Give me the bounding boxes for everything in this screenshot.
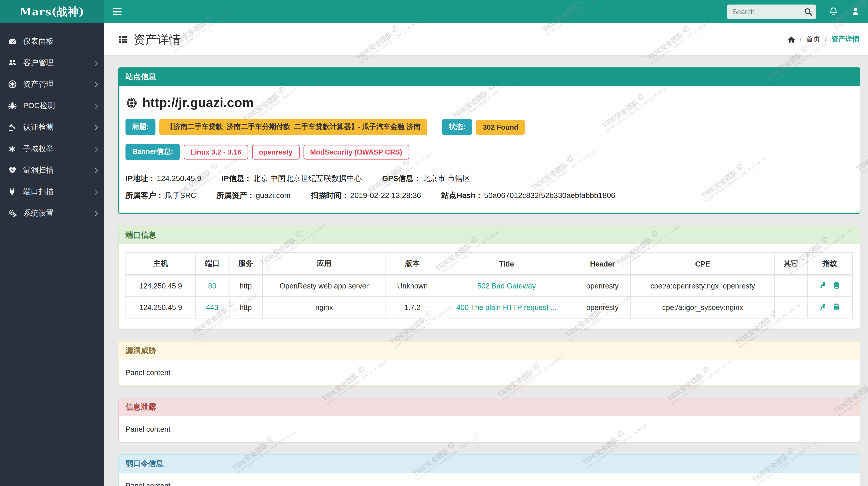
vuln-threat-panel-content: Panel content xyxy=(119,360,860,385)
sidebar-item-assets[interactable]: 资产管理 xyxy=(0,74,104,95)
asset-value: guazi.com xyxy=(256,191,290,200)
sidebar-item-auth[interactable]: 认证检测 xyxy=(0,116,104,138)
chevron-right-icon xyxy=(92,103,97,108)
status-label-badge: 状态: xyxy=(442,119,472,135)
heartbeat-icon xyxy=(7,166,17,175)
banner-badge-server: openresty xyxy=(252,145,299,159)
chevron-right-icon xyxy=(92,60,97,65)
sidebar-item-subdomain[interactable]: 子域枚举 xyxy=(0,138,104,160)
banner-label-badge: Banner信息: xyxy=(125,144,180,160)
sidebar-item-customers[interactable]: 客户管理 xyxy=(0,52,104,74)
chevron-right-icon xyxy=(92,125,97,130)
asset-circle-icon xyxy=(7,80,17,89)
users-icon xyxy=(7,59,17,67)
sidebar-item-settings[interactable]: 系统设置 xyxy=(0,202,104,224)
sidebar-menu: 仪表面板 客户管理 资产管理 POC检测 xyxy=(0,23,104,486)
ports-table: 主机 端口 服务 应用 版本 Title Header CPE 其它 指纹 xyxy=(125,252,852,319)
home-icon xyxy=(787,35,795,43)
ip-address-value: 124.250.45.9 xyxy=(157,174,201,183)
application-window: Mars(战神) xyxy=(0,0,868,486)
weak-password-panel-title: 弱口令信息 xyxy=(119,455,860,473)
tachometer-icon xyxy=(7,37,17,46)
ip-info-row: IP地址：124.250.45.9 IP信息：北京 中国北京世纪互联数据中心 G… xyxy=(125,169,852,190)
fingerprint-leaf-icon[interactable] xyxy=(819,281,827,289)
sidebar-item-portscan[interactable]: 端口扫描 xyxy=(0,181,104,202)
site-url-text[interactable]: http://jr.guazi.com xyxy=(143,95,254,110)
table-row: 124.250.45.9 443 http nginx 1.7.2 400 Th… xyxy=(126,296,852,318)
sidebar-item-vulnscan[interactable]: 漏洞扫描 xyxy=(0,160,104,181)
content-header: 资产详情 / 首页 / 资产详情 xyxy=(104,23,868,56)
delete-trash-icon[interactable] xyxy=(833,281,841,289)
scan-time-value: 2019-02-22 13:28:36 xyxy=(350,191,421,200)
table-header-row: 主机 端口 服务 应用 版本 Title Header CPE 其它 指纹 xyxy=(126,253,852,275)
user-menu-icon[interactable] xyxy=(850,7,860,17)
fingerprint-leaf-icon[interactable] xyxy=(819,303,827,311)
status-value-badge: 302 Found xyxy=(476,120,525,134)
chevron-right-icon xyxy=(92,189,97,194)
list-icon xyxy=(118,34,128,44)
site-hash-value: 50a067012c832f52b330aebfabbb1806 xyxy=(484,191,615,200)
title-value-badge: 【济南二手车贷款_济南二手车分期付款_二手车贷款计算器】- 瓜子汽车金融 济南 xyxy=(159,119,427,135)
weak-password-panel-content: Panel content xyxy=(119,473,860,486)
sidebar-item-poc[interactable]: POC检测 xyxy=(0,95,104,116)
site-url-heading: http://jr.guazi.com xyxy=(125,95,852,110)
gps-info-value: 北京市 市辖区 xyxy=(422,174,470,183)
owner-info-row: 所属客户：瓜子SRC 所属资产：guazi.com 扫描时间：2019-02-2… xyxy=(125,190,852,206)
title-status-row: 标题: 【济南二手车贷款_济南二手车分期付款_二手车贷款计算器】- 瓜子汽车金融… xyxy=(125,119,852,135)
table-row: 124.250.45.9 80 http OpenResty web app s… xyxy=(126,275,852,296)
info-leak-panel: 信息泄露 Panel content xyxy=(118,398,860,442)
page-title: 资产详情 xyxy=(118,31,181,47)
search-icon[interactable] xyxy=(804,7,813,16)
title-link[interactable]: 400 The plain HTTP request ... xyxy=(457,303,557,312)
asterisk-icon xyxy=(7,145,17,153)
breadcrumb: / 首页 / 资产详情 xyxy=(787,35,860,44)
notifications-bell-icon[interactable] xyxy=(829,7,838,17)
search-box xyxy=(727,4,816,19)
port-link[interactable]: 80 xyxy=(208,282,216,290)
info-leak-panel-content: Panel content xyxy=(119,416,860,442)
search-input[interactable] xyxy=(727,4,816,19)
bug-icon xyxy=(7,102,17,110)
ip-info-value: 北京 中国北京世纪互联数据中心 xyxy=(253,174,362,183)
breadcrumb-home-label[interactable]: 首页 xyxy=(806,35,820,44)
vuln-threat-panel: 漏洞威胁 Panel content xyxy=(118,341,860,386)
info-leak-panel-title: 信息泄露 xyxy=(119,398,860,416)
delete-trash-icon[interactable] xyxy=(833,303,841,311)
gavel-icon xyxy=(7,123,17,132)
port-info-panel-title: 端口信息 xyxy=(119,226,860,245)
chevron-right-icon xyxy=(92,82,97,87)
sidebar-toggle-button[interactable] xyxy=(113,3,130,20)
banner-badge-os: Linux 3.2 - 3.16 xyxy=(184,145,248,159)
banner-row: Banner信息: Linux 3.2 - 3.16 openresty Mod… xyxy=(125,144,852,160)
sidebar-item-dashboard[interactable]: 仪表面板 xyxy=(0,31,104,52)
chevron-right-icon xyxy=(92,146,97,151)
chevron-right-icon xyxy=(92,211,97,216)
chevron-right-icon xyxy=(92,168,97,173)
globe-icon xyxy=(125,96,138,109)
cogs-icon xyxy=(7,209,17,218)
vuln-threat-panel-title: 漏洞威胁 xyxy=(119,342,860,360)
plug-icon xyxy=(7,188,17,196)
title-link[interactable]: 502 Bad Gateway xyxy=(477,282,536,290)
breadcrumb-home-link[interactable] xyxy=(787,35,795,43)
site-info-panel-title: 站点信息 xyxy=(119,68,860,86)
weak-password-panel: 弱口令信息 Panel content xyxy=(118,454,860,486)
breadcrumb-current: 资产详情 xyxy=(831,35,860,44)
title-label-badge: 标题: xyxy=(125,119,156,135)
banner-badge-waf: ModSecurity (OWASP CRS) xyxy=(303,145,409,159)
customer-value: 瓜子SRC xyxy=(165,191,196,200)
site-info-panel: 站点信息 http://jr.guazi.com 标题: xyxy=(118,67,860,214)
top-navbar: Mars(战神) xyxy=(0,0,868,23)
brand-logo[interactable]: Mars(战神) xyxy=(0,0,104,23)
port-link[interactable]: 443 xyxy=(206,303,218,312)
port-info-panel: 端口信息 主机 端口 服务 应用 xyxy=(118,226,860,330)
